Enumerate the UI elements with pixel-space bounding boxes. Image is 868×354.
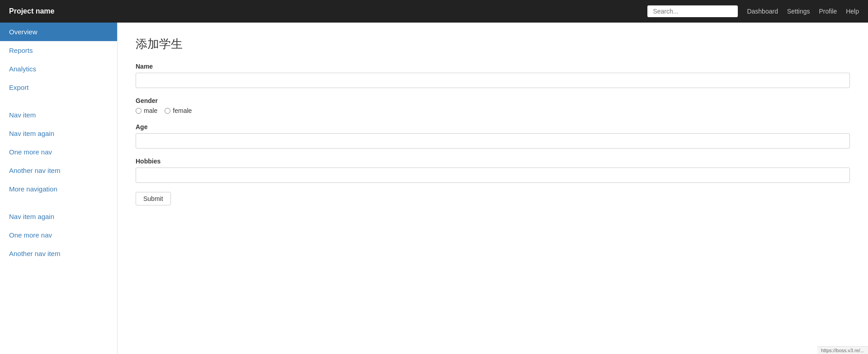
gender-female-text: female bbox=[173, 107, 192, 114]
sidebar-item-nav6[interactable]: Nav item again bbox=[0, 207, 117, 226]
sidebar-item-analytics[interactable]: Analytics bbox=[0, 60, 117, 78]
name-group: Name bbox=[136, 63, 850, 88]
gender-group: Gender male female bbox=[136, 97, 850, 114]
sidebar-item-nav8[interactable]: Another nav item bbox=[0, 244, 117, 263]
submit-button[interactable]: Submit bbox=[136, 192, 171, 205]
main-content: 添加学生 Name Gender male female Age bbox=[118, 23, 868, 354]
navbar: Project name Dashboard Settings Profile … bbox=[0, 0, 868, 23]
sidebar-item-export[interactable]: Export bbox=[0, 78, 117, 97]
gender-male-text: male bbox=[144, 107, 157, 114]
hobbies-input[interactable] bbox=[136, 168, 850, 183]
hobbies-group: Hobbies bbox=[136, 158, 850, 183]
sidebar-item-nav4[interactable]: Another nav item bbox=[0, 161, 117, 180]
search-input[interactable] bbox=[647, 5, 738, 17]
sidebar-item-reports[interactable]: Reports bbox=[0, 41, 117, 60]
help-link[interactable]: Help bbox=[846, 8, 859, 15]
sidebar-item-overview[interactable]: Overview bbox=[0, 23, 117, 41]
sidebar-item-nav1[interactable]: Nav item bbox=[0, 106, 117, 124]
sidebar-item-nav7[interactable]: One more nav bbox=[0, 226, 117, 244]
name-label: Name bbox=[136, 63, 850, 70]
sidebar-divider-2 bbox=[0, 198, 117, 207]
statusbar: https://boss.v3.re/... bbox=[817, 346, 868, 354]
settings-link[interactable]: Settings bbox=[787, 8, 810, 15]
gender-radio-group: male female bbox=[136, 107, 850, 114]
gender-female-label[interactable]: female bbox=[165, 107, 192, 114]
sidebar-item-nav2[interactable]: Nav item again bbox=[0, 124, 117, 143]
page-title: 添加学生 bbox=[136, 36, 850, 52]
sidebar-item-nav5[interactable]: More navigation bbox=[0, 180, 117, 198]
layout: Overview Reports Analytics Export Nav it… bbox=[0, 23, 868, 354]
dashboard-link[interactable]: Dashboard bbox=[747, 8, 778, 15]
gender-label: Gender bbox=[136, 97, 850, 104]
gender-female-radio[interactable] bbox=[165, 108, 170, 114]
name-input[interactable] bbox=[136, 73, 850, 88]
profile-link[interactable]: Profile bbox=[819, 8, 837, 15]
sidebar: Overview Reports Analytics Export Nav it… bbox=[0, 23, 118, 354]
age-label: Age bbox=[136, 123, 850, 130]
sidebar-item-nav3[interactable]: One more nav bbox=[0, 143, 117, 161]
navbar-brand: Project name bbox=[9, 7, 54, 15]
gender-male-radio[interactable] bbox=[136, 108, 142, 114]
sidebar-divider-1 bbox=[0, 97, 117, 106]
navbar-links: Dashboard Settings Profile Help bbox=[747, 8, 859, 15]
hobbies-label: Hobbies bbox=[136, 158, 850, 165]
statusbar-url: https://boss.v3.re/... bbox=[821, 348, 864, 353]
age-input[interactable] bbox=[136, 133, 850, 149]
age-group: Age bbox=[136, 123, 850, 149]
gender-male-label[interactable]: male bbox=[136, 107, 157, 114]
